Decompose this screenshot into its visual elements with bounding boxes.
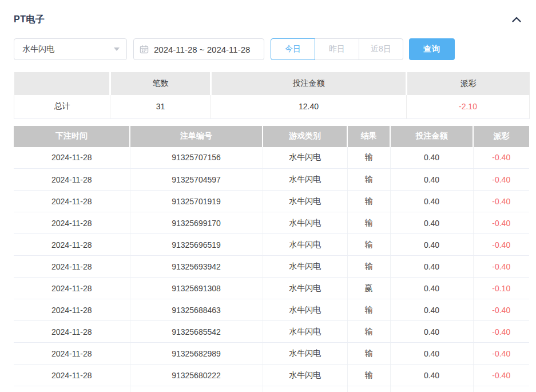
quick-filter-yesterday[interactable]: 昨日 [315,38,359,60]
game-select[interactable]: 水牛闪电 [14,38,127,60]
col-result: 结果 [347,126,390,147]
records-header-row: 下注时间 注单编号 游戏类别 结果 投注金额 派彩 [14,126,529,147]
table-row: 2024-11-2891325680222水牛闪电输0.40-0.40 [14,365,529,386]
cell-result: 输 [347,386,390,392]
cell-order-no: 91325699170 [130,212,263,234]
summary-col-blank [14,72,110,95]
report-panel: PT电子 水牛闪电 [0,0,536,392]
cell-bet-amount: 0.40 [390,234,473,256]
cell-bet-time: 2024-11-28 [14,212,130,234]
table-row: 2024-11-2891325685542水牛闪电输0.40-0.40 [14,321,529,343]
cell-bet-time: 2024-11-28 [14,321,130,343]
cell-payout: -0.40 [473,343,529,365]
col-bet-amount: 投注金额 [390,126,473,147]
cell-payout: -0.40 [473,212,529,234]
table-row: 2024-11-2891325693942水牛闪电输0.40-0.40 [14,256,529,278]
table-row: 2024-11-2891325688463水牛闪电输0.40-0.40 [14,299,529,321]
cell-bet-time: 2024-11-28 [14,278,130,299]
cell-result: 输 [347,234,390,256]
cell-order-no: 91325680222 [130,365,263,386]
cell-game-type: 水牛闪电 [263,365,347,386]
table-row: 2024-11-2891325699170水牛闪电输0.40-0.40 [14,212,529,234]
date-range-input[interactable]: 2024-11-28 ~ 2024-11-28 [133,38,264,60]
cell-game-type: 水牛闪电 [263,278,347,299]
cell-payout [473,386,529,392]
calendar-icon [140,45,149,54]
cell-bet-amount: 0.40 [390,212,473,234]
cell-order-no: 91325688463 [130,299,263,321]
records-tbody: 2024-11-2891325707156水牛闪电输0.40-0.402024-… [14,147,529,392]
date-range-value: 2024-11-28 ~ 2024-11-28 [154,45,250,54]
cell-bet-time [14,386,130,392]
chevron-up-icon [511,16,522,23]
cell-result: 输 [347,147,390,169]
cell-bet-time: 2024-11-28 [14,147,130,169]
cell-payout: -0.40 [473,365,529,386]
cell-game-type: 水牛闪电 [263,343,347,365]
cell-payout: -0.40 [473,191,529,212]
table-row: 2024-11-2891325704597水牛闪电输0.40-0.40 [14,169,529,191]
chevron-down-icon [114,47,120,51]
cell-bet-time: 2024-11-28 [14,169,130,191]
summary-table: 笔数 投注金额 派彩 总计 31 12.40 -2.10 [14,72,530,119]
table-row: 2024-11-2891325701919水牛闪电输0.40-0.40 [14,191,529,212]
quick-filter-today[interactable]: 今日 [271,38,315,60]
col-payout: 派彩 [473,126,529,147]
summary-col-payout: 派彩 [407,72,530,95]
quick-filter-group: 今日 昨日 近8日 [271,38,403,60]
cell-bet-time: 2024-11-28 [14,299,130,321]
cell-payout: -0.40 [473,256,529,278]
cell-game-type: 水牛闪电 [263,299,347,321]
cell-game-type: 水牛闪电 [263,147,347,169]
cell-order-no: 91325696519 [130,234,263,256]
summary-header-row: 笔数 投注金额 派彩 [14,72,530,95]
cell-game-type: 水牛闪电 [263,256,347,278]
filter-bar: 水牛闪电 2024-11-28 ~ 2024-11-28 [14,38,529,60]
summary-col-count: 笔数 [110,72,211,95]
cell-result: 输 [347,256,390,278]
cell-order-no: 91325701919 [130,191,263,212]
page-title: PT电子 [14,14,45,26]
col-bet-time: 下注时间 [14,126,130,147]
query-button[interactable]: 查询 [409,38,455,60]
cell-payout: -0.40 [473,299,529,321]
summary-total-bet-amount: 12.40 [211,95,407,118]
collapse-button[interactable] [510,13,523,26]
table-row: 2024-11-2891325707156水牛闪电输0.40-0.40 [14,147,529,169]
cell-payout: -0.40 [473,321,529,343]
cell-result: 输 [347,321,390,343]
cell-bet-amount: 0.40 [390,365,473,386]
cell-bet-amount: 0.40 [390,343,473,365]
cell-payout: -0.40 [473,169,529,191]
cell-payout: -0.10 [473,278,529,299]
cell-result: 输 [347,169,390,191]
cell-bet-time: 2024-11-28 [14,343,130,365]
cell-result: 输 [347,212,390,234]
summary-total-row: 总计 31 12.40 -2.10 [14,95,530,118]
cell-order-no: 91325707156 [130,147,263,169]
cell-game-type: 水牛闪电 [263,321,347,343]
cell-result: 输 [347,343,390,365]
table-row: 2024-11-2891325682989水牛闪电输0.40-0.40 [14,343,529,365]
summary-col-bet-amount: 投注金额 [211,72,407,95]
cell-payout: -0.40 [473,147,529,169]
quick-filter-last-8-days[interactable]: 近8日 [359,38,403,60]
game-select-value: 水牛闪电 [22,44,54,54]
cell-order-no [130,386,263,392]
col-order-no: 注单编号 [130,126,263,147]
panel-header: PT电子 [14,13,529,26]
table-row: 2024-11-2891325691308水牛闪电赢0.40-0.10 [14,278,529,299]
records-table: 下注时间 注单编号 游戏类别 结果 投注金额 派彩 2024-11-289132… [14,126,529,392]
cell-bet-time: 2024-11-28 [14,256,130,278]
cell-bet-amount: 0.40 [390,147,473,169]
summary-total-label: 总计 [14,95,110,118]
cell-bet-amount: 0.40 [390,299,473,321]
summary-total-count: 31 [110,95,211,118]
cell-bet-time: 2024-11-28 [14,234,130,256]
summary-total-payout: -2.10 [407,95,530,118]
cell-game-type: 水牛闪电 [263,212,347,234]
table-row: 2024-11-2891325696519水牛闪电输0.40-0.40 [14,234,529,256]
col-game-type: 游戏类别 [263,126,347,147]
cell-order-no: 91325691308 [130,278,263,299]
cell-order-no: 91325693942 [130,256,263,278]
